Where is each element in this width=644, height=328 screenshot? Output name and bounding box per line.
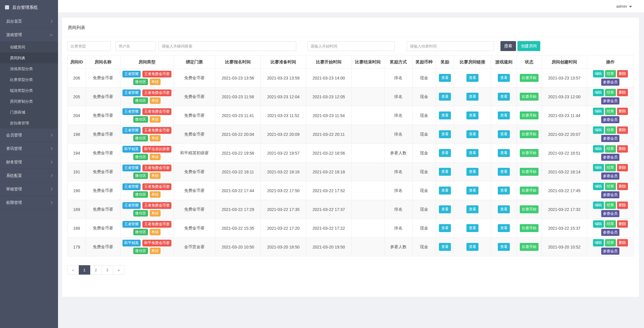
settle-button[interactable]: 结算 bbox=[605, 202, 616, 209]
view-room-link-button[interactable]: 查看 bbox=[466, 111, 478, 119]
sidebar-item[interactable]: 会员管理 bbox=[0, 129, 58, 142]
sidebar-subitem[interactable]: 折扣卷管理 bbox=[0, 118, 58, 129]
members-button[interactable]: 参赛会员 bbox=[601, 135, 619, 142]
view-reward-button[interactable]: 查看 bbox=[439, 74, 451, 82]
status-badge[interactable]: 比赛开始 bbox=[520, 187, 539, 195]
edit-button[interactable]: 编辑 bbox=[593, 145, 604, 153]
view-rules-button[interactable]: 查看 bbox=[498, 187, 510, 195]
keyword-input[interactable] bbox=[159, 41, 296, 51]
sidebar-subitem[interactable]: 创建房间 bbox=[0, 42, 58, 53]
delete-button[interactable]: 删除 bbox=[617, 145, 628, 153]
status-badge[interactable]: 比赛开始 bbox=[520, 205, 539, 213]
status-badge[interactable]: 比赛开始 bbox=[520, 130, 539, 138]
view-room-link-button[interactable]: 查看 bbox=[466, 93, 478, 101]
edit-button[interactable]: 编辑 bbox=[593, 126, 604, 134]
status-badge[interactable]: 比赛开始 bbox=[520, 93, 539, 101]
status-badge[interactable]: 比赛开始 bbox=[520, 243, 539, 251]
members-button[interactable]: 参赛会员 bbox=[601, 97, 619, 105]
settle-button[interactable]: 结算 bbox=[605, 164, 616, 171]
edit-button[interactable]: 编辑 bbox=[593, 108, 604, 115]
sidebar-item[interactable]: 审核管理 bbox=[0, 182, 58, 196]
start-time-input[interactable] bbox=[307, 41, 395, 51]
pager-next[interactable]: » bbox=[113, 265, 125, 275]
members-button[interactable]: 参赛会员 bbox=[601, 248, 619, 255]
sidebar-item[interactable]: 权限管理 bbox=[0, 196, 58, 209]
search-button[interactable]: 搜索 bbox=[500, 41, 516, 51]
delete-button[interactable]: 删除 bbox=[617, 164, 628, 171]
delete-button[interactable]: 删除 bbox=[617, 183, 628, 190]
view-reward-button[interactable]: 查看 bbox=[439, 93, 451, 101]
view-room-link-button[interactable]: 查看 bbox=[466, 130, 478, 138]
settle-button[interactable]: 结算 bbox=[605, 239, 616, 246]
view-rules-button[interactable]: 查看 bbox=[498, 93, 510, 101]
view-room-link-button[interactable]: 查看 bbox=[466, 205, 478, 213]
view-rules-button[interactable]: 查看 bbox=[498, 149, 510, 157]
status-badge[interactable]: 比赛开始 bbox=[520, 224, 539, 232]
view-room-link-button[interactable]: 查看 bbox=[466, 243, 478, 251]
view-reward-button[interactable]: 查看 bbox=[439, 224, 451, 232]
pager-page-1[interactable]: 1 bbox=[79, 265, 90, 275]
delete-button[interactable]: 删除 bbox=[617, 108, 628, 115]
edit-button[interactable]: 编辑 bbox=[593, 183, 604, 190]
create-room-button[interactable]: 创建房间 bbox=[517, 41, 540, 51]
edit-button[interactable]: 编辑 bbox=[593, 89, 604, 96]
view-reward-button[interactable]: 查看 bbox=[439, 187, 451, 195]
members-button[interactable]: 参赛会员 bbox=[601, 116, 619, 124]
settle-button[interactable]: 结算 bbox=[605, 89, 616, 96]
delete-button[interactable]: 删除 bbox=[617, 202, 628, 209]
view-room-link-button[interactable]: 查看 bbox=[466, 149, 478, 157]
view-room-link-button[interactable]: 查看 bbox=[466, 187, 478, 195]
view-reward-button[interactable]: 查看 bbox=[439, 111, 451, 119]
settle-button[interactable]: 结算 bbox=[605, 70, 616, 77]
view-reward-button[interactable]: 查看 bbox=[439, 205, 451, 213]
view-reward-button[interactable]: 查看 bbox=[439, 243, 451, 251]
sidebar-item[interactable]: 资讯管理 bbox=[0, 142, 58, 155]
sidebar-subitem[interactable]: 门票商城 bbox=[0, 107, 58, 118]
delete-button[interactable]: 删除 bbox=[617, 89, 628, 96]
delete-button[interactable]: 删除 bbox=[617, 126, 628, 134]
pager-page-3[interactable]: 3 bbox=[102, 265, 113, 275]
members-button[interactable]: 参赛会员 bbox=[601, 210, 619, 217]
edit-button[interactable]: 编辑 bbox=[593, 202, 604, 209]
sidebar-subitem[interactable]: 房间列表 bbox=[0, 53, 58, 63]
end-time-input[interactable] bbox=[407, 41, 494, 51]
view-rules-button[interactable]: 查看 bbox=[498, 130, 510, 138]
delete-button[interactable]: 删除 bbox=[617, 70, 628, 77]
delete-button[interactable]: 删除 bbox=[617, 220, 628, 228]
edit-button[interactable]: 编辑 bbox=[593, 239, 604, 246]
settle-button[interactable]: 结算 bbox=[605, 108, 616, 115]
view-rules-button[interactable]: 查看 bbox=[498, 243, 510, 251]
sidebar-subitem[interactable]: 游戏类型分类 bbox=[0, 63, 58, 74]
members-button[interactable]: 参赛会员 bbox=[601, 154, 619, 161]
edit-button[interactable]: 编辑 bbox=[593, 220, 604, 228]
view-rules-button[interactable]: 查看 bbox=[498, 168, 510, 176]
edit-button[interactable]: 编辑 bbox=[593, 164, 604, 171]
view-room-link-button[interactable]: 查看 bbox=[466, 168, 478, 176]
view-room-link-button[interactable]: 查看 bbox=[466, 74, 478, 82]
sidebar-item[interactable]: 系统配置 bbox=[0, 169, 58, 182]
username-select[interactable] bbox=[115, 41, 156, 51]
pager-prev[interactable]: « bbox=[67, 265, 79, 275]
view-rules-button[interactable]: 查看 bbox=[498, 205, 510, 213]
settle-button[interactable]: 结算 bbox=[605, 126, 616, 134]
view-reward-button[interactable]: 查看 bbox=[439, 130, 451, 138]
status-badge[interactable]: 比赛开始 bbox=[520, 168, 539, 176]
match-type-select[interactable] bbox=[67, 41, 111, 51]
settle-button[interactable]: 结算 bbox=[605, 183, 616, 190]
status-badge[interactable]: 比赛开始 bbox=[520, 74, 539, 82]
settle-button[interactable]: 结算 bbox=[605, 145, 616, 153]
sidebar-item[interactable]: 游戏管理 bbox=[0, 28, 58, 42]
members-button[interactable]: 参赛会员 bbox=[601, 173, 619, 180]
sidebar-subitem[interactable]: 端游类型分类 bbox=[0, 85, 58, 96]
view-reward-button[interactable]: 查看 bbox=[439, 149, 451, 157]
view-rules-button[interactable]: 查看 bbox=[498, 111, 510, 119]
view-rules-button[interactable]: 查看 bbox=[498, 74, 510, 82]
members-button[interactable]: 参赛会员 bbox=[601, 191, 619, 199]
edit-button[interactable]: 编辑 bbox=[593, 70, 604, 77]
user-menu[interactable]: admin bbox=[616, 4, 632, 9]
delete-button[interactable]: 删除 bbox=[617, 239, 628, 246]
sidebar-item[interactable]: 财务管理 bbox=[0, 155, 58, 169]
view-reward-button[interactable]: 查看 bbox=[439, 168, 451, 176]
settle-button[interactable]: 结算 bbox=[605, 220, 616, 228]
status-badge[interactable]: 比赛开始 bbox=[520, 111, 539, 119]
